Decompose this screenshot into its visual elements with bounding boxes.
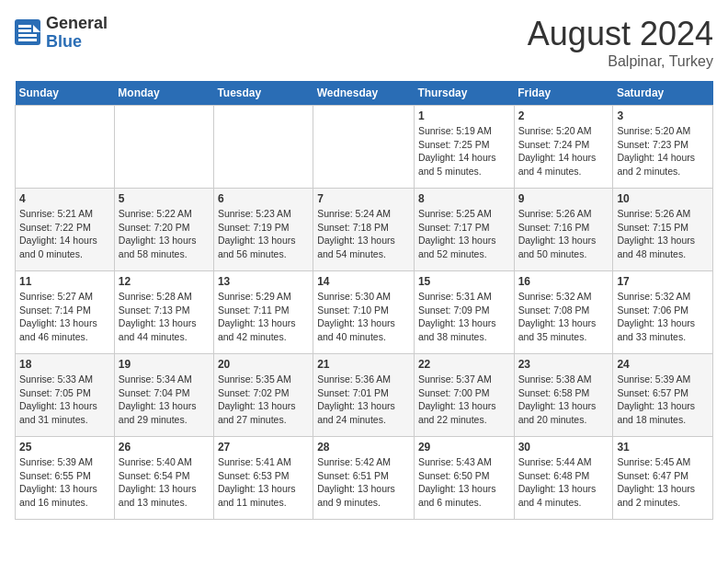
day-info: Sunrise: 5:33 AM Sunset: 7:05 PM Dayligh…: [19, 373, 110, 427]
calendar-cell: [213, 106, 313, 189]
day-number: 25: [19, 441, 110, 454]
day-number: 13: [218, 275, 309, 288]
day-info: Sunrise: 5:20 AM Sunset: 7:23 PM Dayligh…: [617, 124, 709, 178]
location: Balpinar, Turkey: [528, 53, 713, 70]
svg-rect-5: [18, 39, 37, 41]
weekday-header-saturday: Saturday: [613, 81, 713, 106]
logo-general: General: [46, 15, 108, 33]
calendar-cell: 8Sunrise: 5:25 AM Sunset: 7:17 PM Daylig…: [414, 189, 514, 271]
day-info: Sunrise: 5:32 AM Sunset: 7:08 PM Dayligh…: [518, 290, 609, 344]
day-info: Sunrise: 5:19 AM Sunset: 7:25 PM Dayligh…: [418, 124, 510, 178]
day-number: 20: [218, 358, 309, 371]
title-block: August 2024 Balpinar, Turkey: [528, 15, 713, 70]
week-row-2: 4Sunrise: 5:21 AM Sunset: 7:22 PM Daylig…: [16, 189, 713, 271]
day-info: Sunrise: 5:39 AM Sunset: 6:57 PM Dayligh…: [617, 373, 709, 427]
day-number: 1: [418, 109, 510, 122]
calendar-cell: 10Sunrise: 5:26 AM Sunset: 7:15 PM Dayli…: [613, 189, 713, 271]
day-info: Sunrise: 5:41 AM Sunset: 6:53 PM Dayligh…: [218, 455, 309, 510]
day-number: 18: [19, 358, 110, 371]
calendar-cell: 14Sunrise: 5:30 AM Sunset: 7:10 PM Dayli…: [313, 271, 415, 354]
day-info: Sunrise: 5:32 AM Sunset: 7:06 PM Dayligh…: [617, 290, 709, 344]
calendar-cell: 27Sunrise: 5:41 AM Sunset: 6:53 PM Dayli…: [213, 437, 313, 520]
day-info: Sunrise: 5:26 AM Sunset: 7:16 PM Dayligh…: [518, 207, 609, 261]
calendar-cell: 2Sunrise: 5:20 AM Sunset: 7:24 PM Daylig…: [514, 106, 613, 189]
calendar-cell: 29Sunrise: 5:43 AM Sunset: 6:50 PM Dayli…: [414, 437, 514, 520]
day-number: 12: [119, 275, 210, 288]
day-number: 11: [19, 275, 110, 288]
calendar-cell: 5Sunrise: 5:22 AM Sunset: 7:20 PM Daylig…: [114, 189, 213, 271]
day-info: Sunrise: 5:37 AM Sunset: 7:00 PM Dayligh…: [418, 373, 510, 427]
calendar-cell: 12Sunrise: 5:28 AM Sunset: 7:13 PM Dayli…: [114, 271, 213, 354]
day-info: Sunrise: 5:44 AM Sunset: 6:48 PM Dayligh…: [518, 455, 609, 510]
calendar-cell: 23Sunrise: 5:38 AM Sunset: 6:58 PM Dayli…: [514, 354, 613, 437]
calendar-cell: 11Sunrise: 5:27 AM Sunset: 7:14 PM Dayli…: [16, 271, 115, 354]
day-info: Sunrise: 5:27 AM Sunset: 7:14 PM Dayligh…: [19, 290, 110, 344]
day-info: Sunrise: 5:40 AM Sunset: 6:54 PM Dayligh…: [119, 455, 210, 510]
calendar-cell: [313, 106, 415, 189]
day-number: 5: [119, 192, 210, 205]
day-info: Sunrise: 5:42 AM Sunset: 6:51 PM Dayligh…: [317, 455, 410, 510]
day-info: Sunrise: 5:24 AM Sunset: 7:18 PM Dayligh…: [317, 207, 410, 261]
day-number: 26: [119, 441, 210, 454]
calendar-cell: 17Sunrise: 5:32 AM Sunset: 7:06 PM Dayli…: [613, 271, 713, 354]
svg-rect-3: [18, 29, 31, 32]
day-number: 14: [317, 275, 410, 288]
calendar-cell: 31Sunrise: 5:45 AM Sunset: 6:47 PM Dayli…: [613, 437, 713, 520]
day-number: 9: [518, 192, 609, 205]
logo: General Blue: [15, 15, 108, 52]
weekday-header-monday: Monday: [114, 81, 213, 106]
day-info: Sunrise: 5:28 AM Sunset: 7:13 PM Dayligh…: [119, 290, 210, 344]
day-number: 30: [518, 441, 609, 454]
svg-rect-2: [18, 25, 31, 28]
day-number: 22: [418, 358, 510, 371]
weekday-header-thursday: Thursday: [414, 81, 514, 106]
weekday-header-wednesday: Wednesday: [313, 81, 415, 106]
calendar-cell: 18Sunrise: 5:33 AM Sunset: 7:05 PM Dayli…: [16, 354, 115, 437]
calendar-cell: 22Sunrise: 5:37 AM Sunset: 7:00 PM Dayli…: [414, 354, 514, 437]
day-info: Sunrise: 5:30 AM Sunset: 7:10 PM Dayligh…: [317, 290, 410, 344]
calendar-cell: 21Sunrise: 5:36 AM Sunset: 7:01 PM Dayli…: [313, 354, 415, 437]
day-info: Sunrise: 5:23 AM Sunset: 7:19 PM Dayligh…: [218, 207, 309, 261]
calendar-cell: 7Sunrise: 5:24 AM Sunset: 7:18 PM Daylig…: [313, 189, 415, 271]
calendar-cell: 13Sunrise: 5:29 AM Sunset: 7:11 PM Dayli…: [213, 271, 313, 354]
calendar-cell: 4Sunrise: 5:21 AM Sunset: 7:22 PM Daylig…: [16, 189, 115, 271]
day-number: 19: [119, 358, 210, 371]
svg-rect-4: [18, 34, 37, 37]
calendar-cell: 20Sunrise: 5:35 AM Sunset: 7:02 PM Dayli…: [213, 354, 313, 437]
calendar-cell: [16, 106, 115, 189]
calendar-table: SundayMondayTuesdayWednesdayThursdayFrid…: [15, 81, 713, 520]
weekday-header-row: SundayMondayTuesdayWednesdayThursdayFrid…: [16, 81, 713, 106]
day-info: Sunrise: 5:35 AM Sunset: 7:02 PM Dayligh…: [218, 373, 309, 427]
calendar-cell: 3Sunrise: 5:20 AM Sunset: 7:23 PM Daylig…: [613, 106, 713, 189]
week-row-4: 18Sunrise: 5:33 AM Sunset: 7:05 PM Dayli…: [16, 354, 713, 437]
day-number: 24: [617, 358, 709, 371]
day-number: 2: [518, 109, 609, 122]
day-number: 29: [418, 441, 510, 454]
day-number: 8: [418, 192, 510, 205]
day-info: Sunrise: 5:34 AM Sunset: 7:04 PM Dayligh…: [119, 373, 210, 427]
page-header: General Blue August 2024 Balpinar, Turke…: [15, 15, 713, 70]
day-number: 28: [317, 441, 410, 454]
weekday-header-sunday: Sunday: [16, 81, 115, 106]
day-number: 7: [317, 192, 410, 205]
day-info: Sunrise: 5:39 AM Sunset: 6:55 PM Dayligh…: [19, 455, 110, 510]
logo-blue: Blue: [46, 33, 108, 52]
calendar-cell: 1Sunrise: 5:19 AM Sunset: 7:25 PM Daylig…: [414, 106, 514, 189]
calendar-cell: 19Sunrise: 5:34 AM Sunset: 7:04 PM Dayli…: [114, 354, 213, 437]
weekday-header-friday: Friday: [514, 81, 613, 106]
logo-icon: [15, 19, 42, 47]
day-info: Sunrise: 5:26 AM Sunset: 7:15 PM Dayligh…: [617, 207, 709, 261]
day-info: Sunrise: 5:22 AM Sunset: 7:20 PM Dayligh…: [119, 207, 210, 261]
day-number: 31: [617, 441, 709, 454]
day-number: 4: [19, 192, 110, 205]
day-info: Sunrise: 5:36 AM Sunset: 7:01 PM Dayligh…: [317, 373, 410, 427]
day-number: 15: [418, 275, 510, 288]
day-number: 17: [617, 275, 709, 288]
day-info: Sunrise: 5:21 AM Sunset: 7:22 PM Dayligh…: [19, 207, 110, 261]
day-info: Sunrise: 5:45 AM Sunset: 6:47 PM Dayligh…: [617, 455, 709, 510]
week-row-1: 1Sunrise: 5:19 AM Sunset: 7:25 PM Daylig…: [16, 106, 713, 189]
day-info: Sunrise: 5:38 AM Sunset: 6:58 PM Dayligh…: [518, 373, 609, 427]
day-info: Sunrise: 5:20 AM Sunset: 7:24 PM Dayligh…: [518, 124, 609, 178]
day-number: 6: [218, 192, 309, 205]
day-number: 16: [518, 275, 609, 288]
